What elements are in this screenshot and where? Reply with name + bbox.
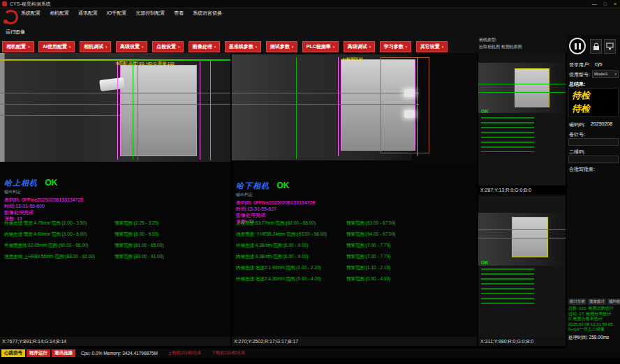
chevron-down-icon: ▾: [178, 45, 180, 49]
glow-spot: [404, 89, 415, 97]
stats-line: 过站: 17, 检测分布统计:: [568, 312, 619, 317]
titlebar: CYS-视觉检测系统 — □ ×: [0, 0, 620, 8]
toolbar-button-label: 点检设置: [156, 43, 176, 50]
measurement-warning: 预警范围:(7.00 - 7.70): [346, 243, 390, 249]
tab-run-image[interactable]: 运行图像: [6, 29, 25, 36]
model-select[interactable]: Model1▾: [592, 70, 619, 78]
measurement-warning: 预警范围:(89.00 - 91.00): [115, 254, 163, 260]
chevron-down-icon: ▾: [28, 45, 30, 49]
maximize-button[interactable]: □: [604, 0, 607, 8]
match-score-label: N匹配:高度: 93; HD:G 两侧:100: [116, 61, 175, 67]
chevron-down-icon: ▾: [442, 45, 444, 49]
menu-item-view[interactable]: 查看: [174, 10, 184, 15]
pause-button[interactable]: [569, 38, 586, 54]
menu-item-comm-config[interactable]: 通讯配置: [78, 10, 98, 15]
chevron-down-icon: ▾: [292, 45, 294, 49]
toolbar-button-advanced-debug[interactable]: 高级调试▾: [344, 41, 376, 52]
model-label: 使用型号:: [569, 71, 590, 78]
toolbar-button-image-processing[interactable]: 图像处理▾: [189, 41, 221, 52]
pause-icon: [579, 43, 581, 50]
ok-indicator: OK: [481, 260, 489, 265]
process-time-text: 处理时间: 258.00ms: [568, 335, 619, 341]
brand-logo-icon: [3, 10, 18, 24]
lock-button[interactable]: [590, 39, 602, 54]
time-text: 时间:13-31-59-627: [236, 206, 459, 212]
menu-item-language-switch[interactable]: 系统语言切换: [193, 10, 222, 15]
process-status-text: 图像处理完成: [4, 209, 228, 215]
measurement-warning: 预警范围:(1.10 - 2.10): [346, 265, 390, 271]
overlay-hline: [478, 238, 566, 238]
measurement-row: 内侧左缝:4.38mm 范围:(6.00 - 9.00)预警范围:(7.20 -…: [236, 254, 466, 265]
ok-indicator: OK: [276, 181, 289, 190]
measurement-row: 内侧左缝:右缝2:1.93mm 范围:(1.00 - 2.20)预警范围:(1.…: [236, 265, 466, 276]
measurement-row: 里侧宽度线:62.05mm 范围:(60.00 - 66.00)预警范围:(61…: [4, 243, 230, 254]
window-controls: — □ ×: [592, 0, 617, 8]
batch-write-label: 合批写批量:: [569, 166, 595, 173]
qrcode-input[interactable]: [568, 156, 619, 163]
stats-tab-quantity[interactable]: 按量统计: [588, 298, 606, 305]
menu-item-camera-config[interactable]: 相机配置: [50, 10, 69, 15]
toolbar-button-label: 基准线参数: [229, 43, 253, 50]
toolbar-button-spot-check[interactable]: 点检设置▾: [152, 41, 184, 52]
overlay-vline-cyan: [210, 60, 211, 160]
camera-view-lower[interactable]: AI检测区域 哈下相机 OK 输出判定 条码码: 0FFIire20250208…: [232, 53, 477, 337]
glow-spot: [404, 110, 415, 118]
menu-item-light-config[interactable]: 光源控制配置: [135, 10, 165, 15]
monitor-button[interactable]: [604, 39, 616, 54]
toolbar-button-camera-config[interactable]: 相机配置▾: [2, 41, 34, 52]
monitor-icon: [606, 43, 614, 50]
preview-text-lines: [481, 268, 534, 306]
measurement-row: 外侧左缝:宽度:4.75mm 范围:(2.00 - 3.50)预警范围:(2.2…: [4, 220, 230, 232]
status-sub: 输出判定: [236, 192, 459, 198]
chevron-down-icon: ▾: [369, 45, 371, 49]
toolbar-button-plc-rate[interactable]: PLC检测率▾: [302, 41, 339, 52]
toolbar-button-other-settings[interactable]: 其它设置▾: [416, 41, 448, 52]
preview-camera-1[interactable]: OK: [478, 53, 566, 185]
measurement-row: 强度宽度:下HR95.24mm 范围:(93.00 - 98.00)预警范围:(…: [236, 232, 466, 243]
menu-item-system-config[interactable]: 系统配置: [21, 10, 40, 15]
draw-type-options[interactable]: 拾取相机图 检测轮廓图: [479, 43, 564, 50]
measurement-list: 上枝宽度:63.77mm 范围:(62.00 - 68.00)预警范围:(63.…: [236, 220, 466, 287]
stats-tab-cycle[interactable]: 循环统计: [607, 298, 620, 305]
preview-camera-2[interactable]: OK: [478, 196, 566, 337]
preview-part: [515, 68, 549, 107]
ai-region-label: AI检测区域: [342, 56, 363, 63]
toolbar-button-label: 图像处理: [193, 43, 212, 50]
menu-item-io-config[interactable]: IO手配置: [107, 10, 126, 15]
minimize-button[interactable]: —: [592, 0, 597, 8]
toolbar-button-camera-debug[interactable]: 相机调试▾: [80, 41, 112, 52]
overlay-vline: [138, 60, 138, 160]
toolbar-button-label: 高级设置: [120, 43, 140, 50]
stats-tabs: 统计分析 按量统计 循环统计: [568, 298, 619, 305]
lock-icon: [593, 43, 600, 51]
overlay-hline: [478, 92, 566, 93]
cpu-memory-text: Cpu: 0.0% Memory: 3424.41796875M: [81, 351, 158, 356]
measurement-row: 内侧左缝:宽度:4.60mm 范围:(3.00 - 6.00)预警范围:(8.0…: [4, 232, 230, 243]
toolbar-button-ai-config[interactable]: AI使用配置▾: [38, 41, 75, 52]
toolbar-button-test-params[interactable]: 测试参数▾: [266, 41, 298, 52]
close-button[interactable]: ×: [614, 0, 617, 8]
total-result-line: 待检: [572, 89, 618, 102]
upper-camera-result-text: 上相机c待检结果: [168, 350, 202, 356]
measurement-row: 外侧左缝:4.38mm 范围:(6.00 - 9.00)预警范围:(7.00 -…: [236, 243, 466, 254]
toolbar-button-label: 高级调试: [348, 43, 367, 50]
chevron-down-icon: ▾: [105, 45, 108, 49]
camera-status: 哈上相机 OK 输出判定 条码码: 0FFIire202502081331347…: [4, 176, 228, 222]
overlay-hline: [0, 115, 120, 116]
measurement-value: 里侧宽度线:62.05mm 范围:(60.00 - 66.00): [4, 243, 89, 249]
app-window: CYS-视觉检测系统 — □ × 系统配置 相机配置 通讯配置 IO手配置 光源…: [0, 0, 620, 364]
camera-status: 哈下相机 OK 输出判定 条码码: 0FFIire202502081331347…: [236, 179, 459, 225]
model-select-value: Model1: [594, 71, 608, 77]
measurement-warning: 预警范围:(7.20 - 7.70): [346, 254, 390, 260]
needle-input[interactable]: [568, 138, 619, 146]
toolbar-button-learning-params[interactable]: 学习参数▾: [380, 41, 412, 52]
camera-view-upper[interactable]: N匹配:高度: 93; HD:G 两侧:100 哈上相机 OK 输出判定 条码码…: [0, 53, 230, 337]
stats-tab-analysis[interactable]: 统计分析: [568, 298, 586, 305]
toolbar-button-label: 其它设置: [420, 43, 440, 50]
stats-line: 0~cys一外上二级像: [568, 327, 619, 333]
toolbar-button-advanced-settings[interactable]: 高级设置▾: [116, 41, 148, 52]
total-result-line: 待检: [572, 102, 618, 115]
barcode-text: 条码码: 0FFIire20250208133134728: [4, 197, 228, 203]
preview-column: OK X:267;Y:13;R:0;G:0;B:0 OK: [478, 53, 566, 337]
toolbar-button-baseline-params[interactable]: 基准线参数▾: [225, 41, 262, 52]
